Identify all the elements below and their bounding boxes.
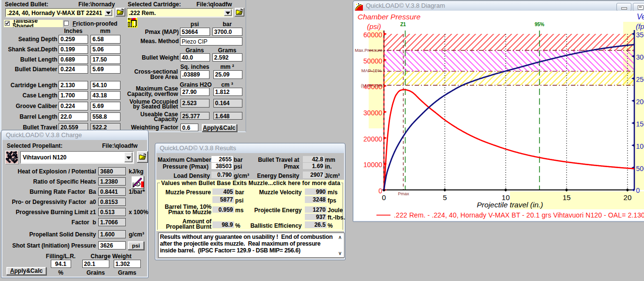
svg-text:15: 15	[563, 193, 571, 202]
svg-text:0: 0	[382, 193, 386, 202]
svg-text:5: 5	[443, 193, 447, 202]
svg-text:Chamber Pressure: Chamber Pressure	[358, 13, 420, 21]
svg-text:30000: 30000	[363, 109, 382, 117]
svg-text:2500: 2500	[636, 76, 644, 83]
svg-text:MAP-15%: MAP-15%	[361, 68, 382, 73]
svg-text:Velocity: Velocity	[637, 13, 644, 21]
svg-text:Projectile travel (in.): Projectile travel (in.)	[477, 201, 543, 209]
svg-text:95%: 95%	[535, 22, 544, 27]
svg-text:(fps): (fps)	[636, 22, 644, 31]
svg-text:50000: 50000	[363, 57, 382, 65]
svg-text:Max.Pressure: Max.Pressure	[355, 48, 382, 53]
svg-text:0: 0	[636, 187, 640, 194]
svg-text:Pmax: Pmax	[398, 191, 409, 196]
svg-text:500: 500	[636, 165, 644, 172]
svg-text:(MAP-25%): (MAP-25%)	[361, 83, 384, 88]
svg-text:2000: 2000	[636, 98, 644, 106]
svg-text:.222 Rem. - .224, 40, Hornady: .222 Rem. - .224, 40, Hornady V-MAX BT -…	[394, 211, 644, 219]
svg-text:20: 20	[624, 193, 632, 202]
svg-text:Z1: Z1	[400, 22, 406, 27]
svg-text:3500: 3500	[636, 31, 644, 39]
svg-text:1500: 1500	[636, 120, 644, 128]
svg-text:20000: 20000	[363, 135, 382, 143]
svg-text:3000: 3000	[636, 53, 644, 61]
svg-text:60000: 60000	[363, 31, 382, 39]
svg-text:10000: 10000	[363, 161, 382, 169]
svg-text:1000: 1000	[636, 142, 644, 150]
svg-text:(psi): (psi)	[367, 22, 381, 31]
